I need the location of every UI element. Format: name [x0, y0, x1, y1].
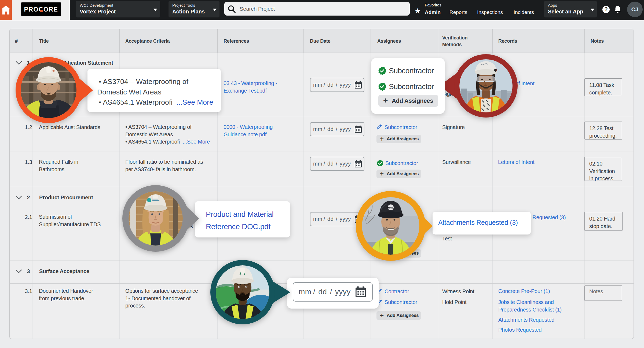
svg-text:HMS: HMS [388, 206, 393, 209]
